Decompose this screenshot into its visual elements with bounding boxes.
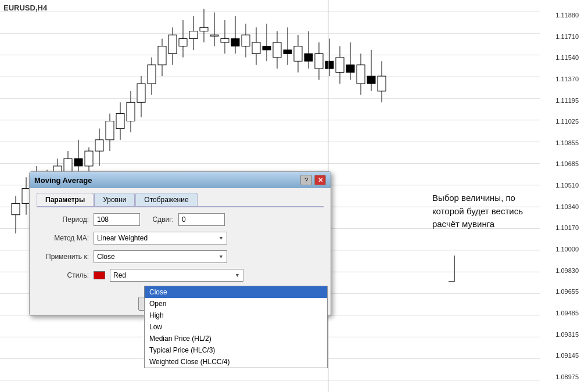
price-level: 1.09485 bbox=[540, 310, 579, 317]
dropdown-item-open[interactable]: Open bbox=[145, 298, 327, 310]
color-swatch bbox=[94, 271, 105, 279]
close-button[interactable]: ✕ bbox=[314, 175, 326, 185]
tab-bar: Параметры Уровни Отображение bbox=[37, 193, 324, 207]
ma-method-label: Метод МА: bbox=[37, 234, 89, 242]
shift-input[interactable] bbox=[178, 213, 225, 226]
dropdown-item-weighted[interactable]: Weighted Close (HLCC/4) bbox=[145, 356, 327, 368]
price-level: 1.10510 bbox=[540, 182, 579, 189]
tab-levels[interactable]: Уровни bbox=[94, 193, 135, 206]
chart-label: EURUSD,H4 bbox=[3, 3, 47, 12]
dialog-titlebar: Moving Average ? ✕ bbox=[30, 172, 331, 188]
style-color-select[interactable]: Red Blue Green bbox=[110, 269, 243, 282]
dropdown-item-high[interactable]: High bbox=[145, 310, 327, 321]
dialog-content: Параметры Уровни Отображение Период: Сдв… bbox=[30, 188, 331, 293]
dialog-controls: ? ✕ bbox=[300, 175, 326, 185]
price-axis: 1.11880 1.11710 1.11540 1.11370 1.11195 … bbox=[540, 0, 581, 392]
apply-select-wrapper: Close Open High Low Median Price (HL/2) … bbox=[94, 250, 227, 263]
tab-display[interactable]: Отображение bbox=[135, 193, 197, 206]
price-level: 1.08975 bbox=[540, 373, 579, 380]
help-button[interactable]: ? bbox=[300, 175, 312, 185]
ma-method-select[interactable]: Simple Exponential Linear Weighted Smoot… bbox=[94, 232, 227, 244]
dialog-title: Moving Average bbox=[34, 176, 92, 185]
shift-label: Сдвиг: bbox=[145, 215, 174, 224]
style-row: Стиль: Red Blue Green bbox=[37, 269, 324, 282]
price-level: 1.11195 bbox=[540, 97, 579, 104]
dropdown-item-typical[interactable]: Typical Price (HLC/3) bbox=[145, 344, 327, 356]
tab-parameters[interactable]: Параметры bbox=[37, 193, 94, 206]
apply-select[interactable]: Close Open High Low Median Price (HL/2) … bbox=[94, 250, 227, 263]
period-row: Период: Сдвиг: bbox=[37, 213, 324, 226]
price-level: 1.11540 bbox=[540, 54, 579, 61]
price-level: 1.11880 bbox=[540, 12, 579, 19]
price-level: 1.10340 bbox=[540, 203, 579, 210]
price-level: 1.09145 bbox=[540, 352, 579, 359]
dropdown-item-median[interactable]: Median Price (HL/2) bbox=[145, 333, 327, 344]
price-level: 1.11370 bbox=[540, 75, 579, 82]
price-level: 1.11710 bbox=[540, 33, 579, 40]
apply-label: Применить к: bbox=[37, 253, 89, 261]
style-select-wrapper: Red Blue Green bbox=[94, 269, 243, 282]
annotation-text: Выбор величины, по которой будет вестись… bbox=[432, 192, 523, 231]
dropdown-item-close[interactable]: Close bbox=[145, 286, 327, 298]
price-level: 1.09830 bbox=[540, 267, 579, 274]
price-level: 1.10855 bbox=[540, 139, 579, 146]
ma-method-row: Метод МА: Simple Exponential Linear Weig… bbox=[37, 232, 324, 244]
ma-method-select-wrapper: Simple Exponential Linear Weighted Smoot… bbox=[94, 232, 227, 244]
price-level: 1.10000 bbox=[540, 246, 579, 253]
price-level: 1.10170 bbox=[540, 224, 579, 231]
price-level: 1.11025 bbox=[540, 118, 579, 125]
price-level: 1.09315 bbox=[540, 331, 579, 338]
apply-dropdown: Close Open High Low Median Price (HL/2) … bbox=[144, 286, 328, 368]
apply-row: Применить к: Close Open High Low Median … bbox=[37, 250, 324, 263]
dropdown-item-low[interactable]: Low bbox=[145, 321, 327, 333]
price-level: 1.09655 bbox=[540, 288, 579, 295]
annotation-arrow bbox=[449, 250, 518, 285]
price-level: 1.10685 bbox=[540, 160, 579, 167]
style-label: Стиль: bbox=[37, 271, 89, 279]
period-input[interactable] bbox=[94, 213, 140, 226]
period-label: Период: bbox=[37, 215, 89, 224]
